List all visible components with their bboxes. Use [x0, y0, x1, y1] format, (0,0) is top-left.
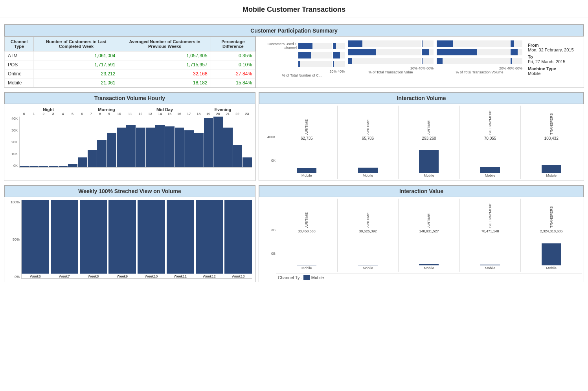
- weekly-bar-label: Week11: [174, 274, 187, 278]
- tvh-bar: [213, 117, 223, 167]
- interaction-mobile-label: Mobile: [485, 174, 496, 177]
- interaction-label: AIRITIME: [366, 107, 370, 135]
- weekly-bar-label: Week8: [88, 274, 99, 278]
- page-title: Mobile Customer Transactions: [0, 0, 588, 18]
- channel-cell: Online: [5, 69, 34, 79]
- tvh-bar: [146, 128, 155, 167]
- interaction-bar: [542, 165, 561, 173]
- last-week-cell: 23,212: [34, 69, 119, 79]
- weekly-bar: [80, 200, 107, 274]
- weekly-bar-wrap: Week10: [138, 200, 165, 278]
- interaction-value: 293,260: [422, 136, 436, 141]
- participation-chart: Customers Used 1 Channel: [256, 37, 584, 88]
- weekly-bar-wrap: Week7: [51, 200, 78, 278]
- interaction-value-panel: Interaction Value 3B 0B AIRITIME30,458,5…: [259, 185, 584, 282]
- pct-diff-cell: 0.35%: [211, 51, 255, 60]
- weekly-bar-label: Week10: [145, 274, 158, 278]
- legend-box: [303, 275, 310, 280]
- participation-section: Customer Participation Summary Channel T…: [4, 24, 584, 88]
- group1-title: % of Total Number of C...: [259, 73, 345, 77]
- interaction-value-body: 3B 0B AIRITIME30,458,563MobileAIRITIME30…: [259, 197, 584, 281]
- tvh-bar: [136, 128, 145, 167]
- weekly-bar-wrap: Week13: [224, 200, 252, 278]
- interaction-bar: [480, 167, 500, 173]
- weekly-bar: [224, 200, 252, 274]
- participation-header: Customer Participation Summary: [4, 25, 584, 37]
- interaction-val-mobile-label: Mobile: [301, 266, 312, 270]
- interaction-vol-col: AIRITIME62,735Mobile: [276, 106, 338, 179]
- interaction-mobile-label: Mobile: [363, 174, 373, 177]
- avg-prev-cell: 1,057,305: [119, 51, 211, 60]
- interaction-val-label: AIRTIME: [427, 200, 431, 228]
- tvh-bar: [117, 128, 126, 167]
- interaction-val-bar: [480, 265, 500, 265]
- weekly-bar-label: Week13: [232, 274, 245, 278]
- channel-cell: POS: [5, 60, 34, 69]
- tvh-chart: Night 012345 Morning 67891011 Mid Day: [4, 104, 255, 171]
- tvh-bar: [223, 128, 233, 167]
- weekly-bar-label: Week7: [59, 274, 70, 278]
- interaction-val-col: AIRITIME30,458,563Mobile: [276, 199, 338, 272]
- interaction-bar: [358, 168, 378, 173]
- interaction-val-value: 30,458,563: [298, 229, 316, 233]
- interaction-val-mobile-label: Mobile: [485, 266, 496, 270]
- interaction-val-label: BILL PAYMENT: [488, 200, 492, 228]
- group3-title: % of Total Transaction Volume: [437, 70, 522, 74]
- interaction-val-mobile-label: Mobile: [363, 266, 373, 270]
- tvh-bar: [78, 157, 87, 167]
- col-pct-diff: Percentage Difference: [211, 37, 255, 51]
- table-row: POS 1,717,591 1,715,957 0.10%: [5, 60, 255, 69]
- interaction-val-value: 30,525,392: [359, 229, 377, 233]
- table-row: Mobile 21,061 18,182 15.84%: [5, 79, 255, 88]
- col-channel: Channel Type: [5, 37, 34, 51]
- legend-label: Channel Ty..: [278, 275, 302, 280]
- interaction-label: TRANSFERS: [549, 107, 553, 135]
- interaction-vol-col: AIRTIME293,260Mobile: [399, 106, 460, 179]
- tvh-bar: [194, 133, 204, 167]
- participation-table: Channel Type Number of Customers in Last…: [4, 37, 256, 88]
- weekly-bar-wrap: Week12: [196, 200, 223, 278]
- tvh-bar: [184, 130, 194, 167]
- interaction-mobile-label: Mobile: [301, 174, 312, 177]
- interaction-vol-col: BILL PAYMENT70,055Mobile: [460, 106, 521, 179]
- tvh-bar: [155, 125, 165, 167]
- tvh-bar: [165, 126, 175, 167]
- weekly-bar-label: Week9: [117, 274, 128, 278]
- interaction-val-col: TRANSFERS2,324,310,685Mobile: [521, 199, 582, 272]
- interaction-val-bar: [297, 265, 316, 265]
- weekly-bar-wrap: Week11: [167, 200, 194, 278]
- tvh-panel: Transaction Volume Hourly Night 012345 M…: [4, 92, 255, 181]
- interaction-val-col: BILL PAYMENT70,471,148Mobile: [460, 199, 521, 272]
- interaction-vol-col: TRANSFERS103,432Mobile: [521, 106, 582, 179]
- weekly-panel: Weekly 100% Streched View on Volume 100%…: [4, 185, 255, 282]
- weekly-bar-wrap: Week9: [108, 200, 136, 278]
- table-row: Online 23,212 32,168 -27.84%: [5, 69, 255, 79]
- interaction-val-value: 70,471,148: [481, 229, 499, 233]
- interaction-value: 103,432: [544, 136, 559, 141]
- interaction-val-bar: [419, 264, 439, 265]
- weekly-bar: [22, 200, 49, 274]
- weekly-bar: [196, 200, 223, 274]
- weekly-bar: [138, 200, 165, 274]
- chart-group-3: 20% 40% 60% % of Total Transaction Volum…: [437, 40, 522, 80]
- interaction-volume-panel: Interaction Volume 400K 0K AIRITIME62,73…: [259, 92, 584, 181]
- interaction-val-col: AIRITIME30,525,392Mobile: [338, 199, 399, 272]
- interaction-value: 62,735: [301, 136, 313, 141]
- avg-prev-cell: 18,182: [119, 79, 211, 88]
- tvh-bar: [107, 133, 116, 167]
- tvh-bar: [29, 166, 39, 167]
- interaction-value-header: Interaction Value: [259, 185, 584, 197]
- interaction-val-bar: [358, 265, 378, 265]
- weekly-bar: [51, 200, 78, 274]
- tvh-bar: [126, 125, 136, 167]
- weekly-bar-wrap: Week8: [80, 200, 107, 278]
- tvh-bar: [243, 157, 252, 167]
- interaction-val-mobile-label: Mobile: [546, 266, 557, 270]
- group2-title: % of Total Transaction Value: [348, 70, 434, 74]
- interaction-val-bar: [542, 243, 561, 265]
- interaction-mobile-label: Mobile: [546, 174, 557, 177]
- interaction-val-label: TRANSFERS: [549, 200, 553, 228]
- weekly-bar-label: Week12: [203, 274, 216, 278]
- date-info: From Mon, 02 February, 2015 To Fri, 27 M…: [526, 40, 581, 80]
- chart-group-1: Customers Used 1 Channel: [259, 40, 345, 80]
